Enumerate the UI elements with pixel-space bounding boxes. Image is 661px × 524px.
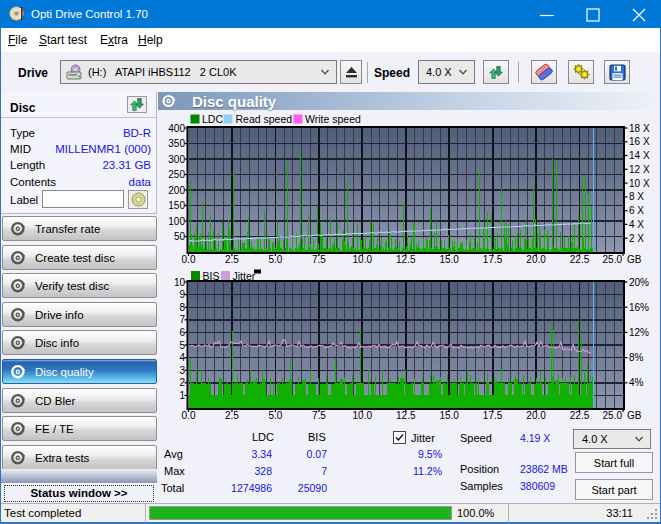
svg-text:Jitter: Jitter bbox=[233, 270, 256, 282]
svg-text:12%: 12% bbox=[629, 327, 649, 338]
svg-text:6 X: 6 X bbox=[629, 205, 644, 216]
svg-text:18 X: 18 X bbox=[629, 123, 650, 134]
svg-text:LDC: LDC bbox=[202, 113, 223, 125]
svg-text:Write speed: Write speed bbox=[305, 113, 361, 125]
svg-text:4%: 4% bbox=[629, 377, 644, 388]
svg-text:4 X: 4 X bbox=[629, 219, 644, 230]
svg-text:200: 200 bbox=[168, 185, 185, 196]
svg-text:GB: GB bbox=[627, 410, 642, 421]
svg-text:BIS: BIS bbox=[203, 270, 220, 282]
svg-text:300: 300 bbox=[168, 154, 185, 165]
svg-text:100: 100 bbox=[168, 216, 185, 227]
svg-text:350: 350 bbox=[168, 138, 185, 149]
svg-text:16 X: 16 X bbox=[629, 136, 650, 147]
svg-text:250: 250 bbox=[168, 169, 185, 180]
svg-text:400: 400 bbox=[168, 123, 185, 134]
svg-text:2 X: 2 X bbox=[629, 233, 644, 244]
svg-text:16%: 16% bbox=[629, 302, 649, 313]
svg-text:25.0: 25.0 bbox=[603, 254, 623, 265]
svg-text:14 X: 14 X bbox=[629, 150, 650, 161]
svg-text:150: 150 bbox=[168, 200, 185, 211]
svg-text:10 X: 10 X bbox=[629, 178, 650, 189]
svg-text:8 X: 8 X bbox=[629, 191, 644, 202]
svg-text:8%: 8% bbox=[629, 352, 644, 363]
svg-text:12 X: 12 X bbox=[629, 164, 650, 175]
svg-text:25.0: 25.0 bbox=[603, 410, 623, 421]
svg-text:20%: 20% bbox=[629, 277, 649, 288]
svg-text:10: 10 bbox=[174, 277, 186, 288]
svg-text:50: 50 bbox=[174, 231, 186, 242]
svg-text:GB: GB bbox=[627, 254, 642, 265]
svg-text:Read speed: Read speed bbox=[236, 113, 293, 125]
